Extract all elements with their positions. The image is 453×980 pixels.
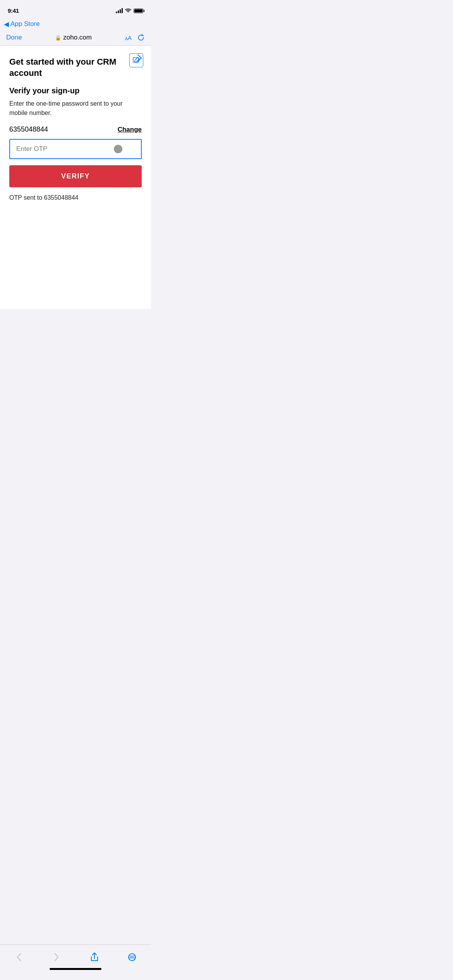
- browser-actions: AA: [125, 34, 145, 41]
- wifi-icon: [125, 9, 131, 13]
- svg-rect-0: [133, 58, 139, 62]
- app-store-back-label[interactable]: App Store: [10, 20, 40, 28]
- status-icons: [116, 9, 143, 13]
- battery-icon: [134, 9, 143, 13]
- url-text: zoho.com: [63, 34, 92, 41]
- otp-cursor-dot: [114, 145, 122, 153]
- app-store-nav: ◀ App Store: [0, 18, 151, 32]
- browser-bar: Done 🔒 zoho.com AA: [0, 32, 151, 46]
- change-link[interactable]: Change: [118, 126, 142, 134]
- url-bar[interactable]: 🔒 zoho.com: [22, 34, 125, 41]
- signal-icon: [116, 9, 123, 13]
- section-title: Verify your sign-up: [9, 86, 142, 95]
- web-content: Get started with your CRM account Verify…: [0, 46, 151, 309]
- compose-button[interactable]: [128, 52, 145, 69]
- otp-status: OTP sent to 6355048844: [9, 194, 142, 201]
- reload-icon[interactable]: [137, 34, 145, 41]
- back-arrow-icon: ◀: [4, 20, 9, 28]
- done-button[interactable]: Done: [6, 34, 22, 41]
- page-heading: Get started with your CRM account: [9, 57, 142, 79]
- phone-row: 6355048844 Change: [9, 125, 142, 134]
- verify-button[interactable]: VERIFY: [9, 165, 142, 187]
- lock-icon: 🔒: [55, 35, 61, 41]
- compose-icon: [129, 53, 143, 67]
- aa-button[interactable]: AA: [125, 34, 132, 41]
- otp-input-wrapper[interactable]: [9, 139, 142, 159]
- phone-number: 6355048844: [9, 125, 48, 134]
- status-bar: 9:41: [0, 0, 151, 18]
- section-description: Enter the one-time password sent to your…: [9, 99, 142, 118]
- status-time: 9:41: [8, 7, 19, 14]
